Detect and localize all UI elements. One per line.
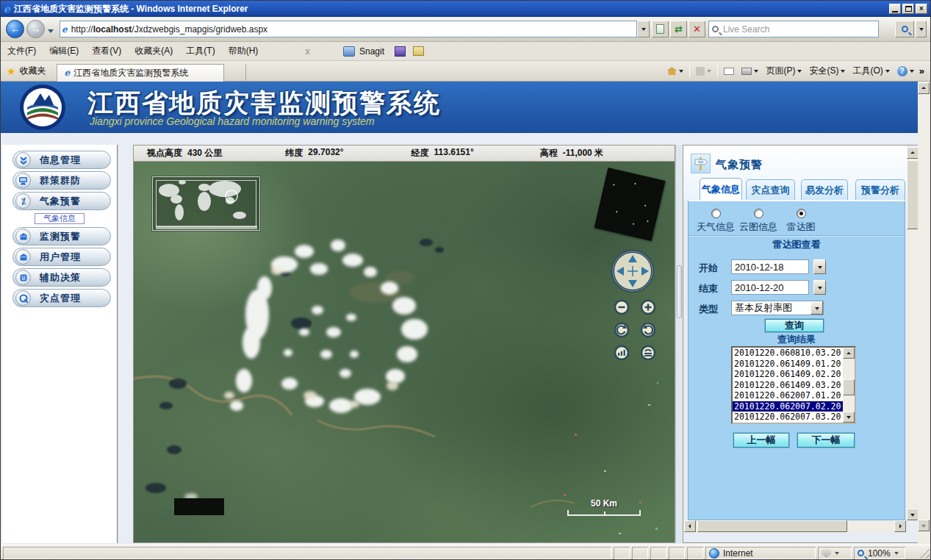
listbox-scroll-down[interactable] [843,412,855,423]
compatibility-view-button[interactable] [652,21,669,37]
back-button[interactable]: ← [6,20,24,38]
rotate-ccw-button[interactable] [640,322,656,338]
start-date-dropdown-button[interactable] [813,259,826,274]
maximize-button[interactable] [902,4,914,14]
snagit-editor-icon[interactable] [413,46,424,56]
radio-radar-image[interactable]: 雷达图 [780,209,822,234]
new-tab-stub[interactable] [224,64,246,82]
panel-scroll-left[interactable] [684,520,696,532]
print-button[interactable] [738,67,762,75]
result-item[interactable]: 20101220.062007.03.20. [733,412,843,423]
radio-icon[interactable] [797,209,806,218]
tilt-up-button[interactable] [614,345,630,361]
zoom-out-button[interactable] [614,299,630,315]
query-button[interactable]: 查询 [765,319,824,332]
result-item[interactable]: 20101220.062007.01.20. [733,390,843,401]
stop-button[interactable]: ✕ [689,21,705,37]
menu-file[interactable]: 文件(F) [1,43,43,60]
end-date-dropdown-button[interactable] [813,280,826,295]
read-mail-button[interactable] [720,68,738,75]
sidebar-item-user-management[interactable]: 用户管理 [12,248,111,266]
zoom-in-button[interactable] [640,299,656,315]
toolbar-close-icon[interactable]: x [305,46,310,57]
menu-tools[interactable]: 工具(T) [179,43,221,60]
panel-scroll-down[interactable] [907,509,919,520]
home-button[interactable] [663,67,687,75]
help-button[interactable]: ? [894,66,918,76]
page-tab[interactable]: e 江西省地质灾害监测预警系统 [57,64,224,82]
panel-horizontal-scrollbar[interactable] [683,520,907,532]
address-dropdown[interactable] [637,21,650,37]
close-button[interactable]: × [916,4,927,14]
radio-cloud-image[interactable]: 云图信息 [737,209,780,234]
safety-menu[interactable]: 安全(S) [805,65,849,77]
result-item[interactable]: 20101220.062007.02.20. [733,401,844,412]
tab-hazard-query[interactable]: 灾点查询 [746,179,795,200]
address-bar[interactable]: e http://localhost/Jxdzwebgis_mapgis/gri… [60,21,637,37]
type-dropdown-button[interactable] [810,301,823,315]
search-go-button[interactable] [895,21,914,37]
map-viewport[interactable]: 50 Km [133,161,675,543]
rotate-cw-button[interactable] [614,322,630,338]
page-scroll-up[interactable] [918,82,930,94]
resize-grip[interactable] [919,548,930,559]
tab-susceptibility-analysis[interactable]: 易发分析 [801,179,848,200]
tab-warning-analysis[interactable]: 预警分析 [855,179,905,200]
listbox-scroll-thumb[interactable] [843,379,855,395]
next-image-button[interactable]: 下一幅 [797,433,855,448]
minimize-button[interactable] [889,4,901,14]
zoom-control[interactable]: 100% [854,547,905,559]
listbox-scroll-up[interactable] [843,348,855,359]
menu-edit[interactable]: 编辑(E) [43,43,85,60]
splitter-handle[interactable] [677,265,682,318]
sidebar-item-hazard-management[interactable]: 灾点管理 [12,289,111,307]
sidebar-subitem-weather-info[interactable]: 气象信息 [35,213,85,224]
favorites-button[interactable]: 收藏夹 [20,65,46,77]
result-item[interactable]: 20101220.061409.03.20. [733,380,843,391]
feeds-button[interactable] [692,67,715,76]
tab-weather-info[interactable]: 气象信息 [700,178,742,200]
pan-control[interactable] [611,249,655,293]
snagit-capture-icon[interactable] [395,46,406,57]
menu-view[interactable]: 查看(V) [85,43,128,60]
radio-icon[interactable] [711,209,721,218]
page-menu[interactable]: 页面(P) [762,65,805,77]
menu-favorites[interactable]: 收藏夹(A) [128,43,179,60]
tilt-down-button[interactable] [640,345,656,361]
panel-hscroll-thumb[interactable] [697,520,847,532]
refresh-button[interactable]: ⇄ [670,21,687,37]
sidebar-item-monitor-warning[interactable]: 监测预警 [12,227,111,245]
listbox-scrollbar[interactable] [843,348,855,423]
forward-button[interactable]: → [26,20,45,38]
snagit-label[interactable]: Snagit [359,46,384,57]
search-input[interactable]: Live Search [708,21,879,37]
panel-scroll-up[interactable] [907,147,919,159]
sidebar-item-decision-support[interactable]: 辅助决策 [12,268,111,287]
menu-help[interactable]: 帮助(H) [222,43,265,60]
result-item[interactable]: 20101220.061409.01.20. [733,359,843,370]
previous-image-button[interactable]: 上一幅 [733,433,789,448]
page-scrollbar[interactable] [918,82,930,545]
sidebar-item-weather-warning[interactable]: 气象预警 [12,192,111,210]
panel-splitter[interactable] [675,145,683,543]
panel-vertical-scrollbar[interactable] [907,147,919,520]
protected-mode-indicator[interactable] [818,547,852,559]
overview-world-map[interactable] [152,176,260,231]
search-options-dropdown[interactable] [916,21,927,37]
result-item[interactable]: 20101220.060810.03.20. [733,348,843,359]
radio-weather-info[interactable]: 天气信息 [694,209,737,234]
overflow-chevron-icon[interactable]: » [918,65,930,76]
sidebar-item-info-management[interactable]: 信息管理 [12,151,111,169]
tools-menu[interactable]: 工具(O) [849,65,893,77]
type-select[interactable]: 基本反射率图 [731,301,824,315]
page-scroll-down[interactable] [918,520,930,531]
recent-pages-dropdown[interactable] [48,26,54,39]
panel-scroll-thumb[interactable] [907,160,919,229]
result-item[interactable]: 20101220.061409.02.20. [733,369,843,380]
sidebar-item-group-prevention[interactable]: 群策群防 [12,171,111,190]
end-date-select[interactable]: 2010-12-20 [731,280,809,295]
panel-scroll-right[interactable] [894,520,906,532]
start-date-select[interactable]: 2010-12-18 [731,259,809,274]
results-listbox[interactable]: 20101220.060810.03.20. 20101220.061409.0… [731,346,856,424]
radio-icon[interactable] [754,209,763,218]
